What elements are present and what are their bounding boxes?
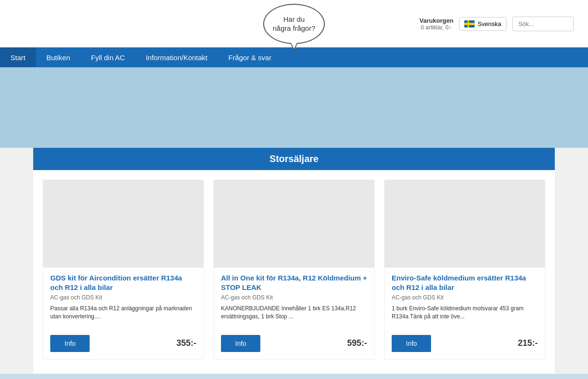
product-title[interactable]: GDS kit för Aircondition ersätter R134a …	[50, 273, 196, 292]
nav-item-fragor[interactable]: Frågor & svar	[218, 47, 282, 67]
info-button[interactable]: Info	[50, 335, 90, 352]
storsaljare-header: Storsäljare	[33, 148, 555, 170]
product-image	[385, 180, 545, 268]
product-price: 215:-	[518, 338, 538, 348]
speech-bubble: Har dunågra frågor?	[263, 4, 325, 44]
cart-info: Varukorgen 0 artiklar, 0:-	[420, 17, 454, 31]
cart-title: Varukorgen	[420, 17, 454, 24]
product-footer: Info 215:-	[385, 335, 545, 359]
product-image	[43, 180, 203, 268]
product-card: Enviro-Safe köldmedium ersätter R134a oc…	[384, 180, 545, 360]
product-price: 355:-	[176, 338, 196, 348]
product-card: All in One kit för R134a, R12 Köldmedium…	[213, 180, 375, 360]
header: Har dunågra frågor? Varukorgen 0 artikla…	[0, 0, 588, 47]
swedish-flag-icon	[464, 20, 475, 27]
info-button[interactable]: Info	[392, 335, 431, 352]
nav-item-butiken[interactable]: Butiken	[36, 47, 81, 67]
product-title[interactable]: All in One kit för R134a, R12 Köldmedium…	[221, 273, 367, 292]
product-price: 595:-	[347, 338, 367, 348]
logo-text: Har dunågra frågor?	[273, 15, 315, 33]
info-button[interactable]: Info	[221, 335, 260, 352]
nav-item-start[interactable]: Start	[0, 47, 36, 67]
footer-area	[0, 374, 588, 379]
product-description: KANONERBJUDANDE Innehåller 1 brk ES 134a…	[221, 305, 367, 321]
product-title[interactable]: Enviro-Safe köldmedium ersätter R134a oc…	[392, 273, 538, 292]
product-footer: Info 355:-	[43, 335, 203, 359]
nav-item-information[interactable]: Information/Kontakt	[135, 47, 218, 67]
nav-item-fyll-din-ac[interactable]: Fyll din AC	[81, 47, 136, 67]
logo: Har dunågra frågor?	[263, 4, 325, 44]
header-right: Varukorgen 0 artiklar, 0:- Svenska	[420, 17, 574, 31]
banner-area	[0, 67, 588, 148]
product-card: GDS kit för Aircondition ersätter R134a …	[43, 180, 204, 360]
cart-sub: 0 artiklar, 0:-	[420, 24, 454, 31]
product-info: Enviro-Safe köldmedium ersätter R134a oc…	[385, 268, 545, 335]
product-category: AC-gas och GDS Kit	[50, 294, 196, 301]
product-info: GDS kit för Aircondition ersätter R134a …	[43, 268, 203, 335]
product-info: All in One kit för R134a, R12 Köldmedium…	[214, 268, 374, 335]
product-description: Passar alla R134a och R12 anläggningar p…	[50, 305, 196, 321]
product-category: AC-gas och GDS Kit	[392, 294, 538, 301]
product-description: 1 burk Enviro-Safe köldmedium motsvarar …	[392, 305, 538, 321]
product-image	[214, 180, 374, 268]
products-grid: GDS kit för Aircondition ersätter R134a …	[43, 180, 545, 360]
products-section: GDS kit för Aircondition ersätter R134a …	[33, 170, 555, 374]
language-selector[interactable]: Svenska	[459, 17, 506, 31]
language-label: Svenska	[478, 20, 501, 27]
search-input[interactable]	[512, 17, 574, 31]
product-category: AC-gas och GDS Kit	[221, 294, 367, 301]
product-footer: Info 595:-	[214, 335, 374, 359]
